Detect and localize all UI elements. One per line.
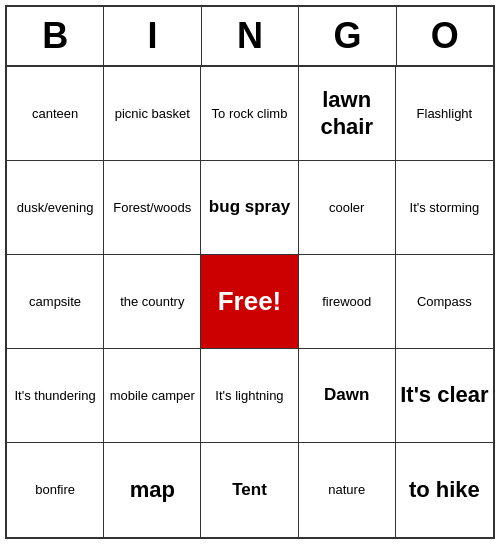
cell-2-3: firewood bbox=[299, 255, 396, 349]
cell-2-4: Compass bbox=[396, 255, 493, 349]
cell-1-2: bug spray bbox=[201, 161, 298, 255]
header-letter: I bbox=[104, 7, 201, 65]
cell-text: Flashlight bbox=[417, 106, 473, 122]
header-letter: N bbox=[202, 7, 299, 65]
cell-3-1: mobile camper bbox=[104, 349, 201, 443]
cell-text: nature bbox=[328, 482, 365, 498]
cell-text: It's clear bbox=[400, 382, 488, 408]
cell-2-0: campsite bbox=[7, 255, 104, 349]
cell-text: Forest/woods bbox=[113, 200, 191, 216]
header-letter: G bbox=[299, 7, 396, 65]
cell-1-0: dusk/evening bbox=[7, 161, 104, 255]
header-letter: B bbox=[7, 7, 104, 65]
bingo-header: BINGO bbox=[7, 7, 493, 67]
cell-text: firewood bbox=[322, 294, 371, 310]
cell-4-2: Tent bbox=[201, 443, 298, 537]
header-letter: O bbox=[397, 7, 493, 65]
cell-4-1: map bbox=[104, 443, 201, 537]
cell-1-4: It's storming bbox=[396, 161, 493, 255]
cell-text: Dawn bbox=[324, 385, 369, 405]
cell-3-3: Dawn bbox=[299, 349, 396, 443]
cell-0-0: canteen bbox=[7, 67, 104, 161]
bingo-card: BINGO canteenpicnic basketTo rock climbl… bbox=[5, 5, 495, 539]
cell-0-2: To rock climb bbox=[201, 67, 298, 161]
cell-text: mobile camper bbox=[110, 388, 195, 404]
cell-text: It's storming bbox=[410, 200, 480, 216]
cell-text: It's lightning bbox=[215, 388, 283, 404]
cell-text: campsite bbox=[29, 294, 81, 310]
cell-0-4: Flashlight bbox=[396, 67, 493, 161]
cell-2-2: Free! bbox=[201, 255, 298, 349]
bingo-grid: canteenpicnic basketTo rock climblawn ch… bbox=[7, 67, 493, 537]
cell-text: lawn chair bbox=[303, 87, 391, 140]
cell-3-0: It's thundering bbox=[7, 349, 104, 443]
cell-text: cooler bbox=[329, 200, 364, 216]
cell-4-0: bonfire bbox=[7, 443, 104, 537]
cell-text: the country bbox=[120, 294, 184, 310]
cell-text: to hike bbox=[409, 477, 480, 503]
cell-text: It's thundering bbox=[14, 388, 95, 404]
cell-4-4: to hike bbox=[396, 443, 493, 537]
cell-0-1: picnic basket bbox=[104, 67, 201, 161]
cell-text: dusk/evening bbox=[17, 200, 94, 216]
cell-0-3: lawn chair bbox=[299, 67, 396, 161]
cell-text: picnic basket bbox=[115, 106, 190, 122]
cell-1-3: cooler bbox=[299, 161, 396, 255]
cell-text: Compass bbox=[417, 294, 472, 310]
cell-text: bug spray bbox=[209, 197, 290, 217]
cell-text: Free! bbox=[218, 286, 282, 317]
cell-text: To rock climb bbox=[212, 106, 288, 122]
cell-text: map bbox=[130, 477, 175, 503]
cell-3-4: It's clear bbox=[396, 349, 493, 443]
cell-3-2: It's lightning bbox=[201, 349, 298, 443]
cell-2-1: the country bbox=[104, 255, 201, 349]
cell-text: canteen bbox=[32, 106, 78, 122]
cell-text: bonfire bbox=[35, 482, 75, 498]
cell-text: Tent bbox=[232, 480, 267, 500]
cell-1-1: Forest/woods bbox=[104, 161, 201, 255]
cell-4-3: nature bbox=[299, 443, 396, 537]
